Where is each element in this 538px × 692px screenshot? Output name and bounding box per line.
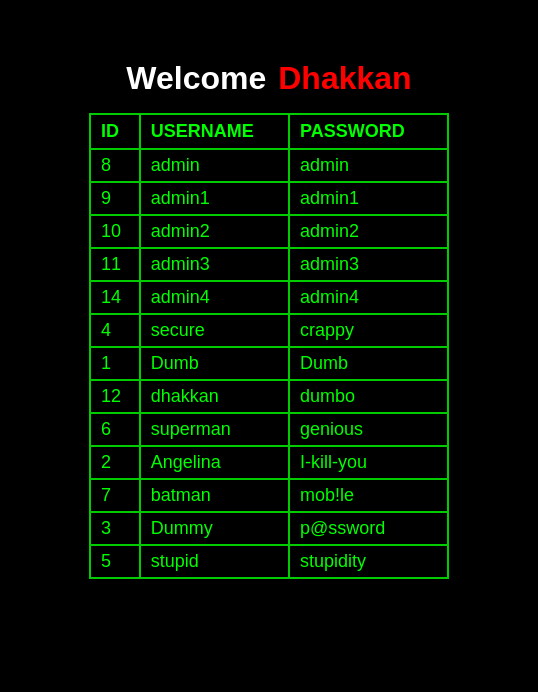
table-row: 2AngelinaI-kill-you	[90, 446, 448, 479]
cell-username: dhakkan	[140, 380, 289, 413]
welcome-label: Welcome	[126, 60, 266, 97]
cell-password: p@ssword	[289, 512, 448, 545]
cell-id: 10	[90, 215, 140, 248]
cell-password: admin	[289, 149, 448, 182]
cell-password: admin2	[289, 215, 448, 248]
cell-id: 5	[90, 545, 140, 578]
col-header-username: USERNAME	[140, 114, 289, 149]
cell-id: 2	[90, 446, 140, 479]
table-row: 1DumbDumb	[90, 347, 448, 380]
table-row: 12dhakkandumbo	[90, 380, 448, 413]
cell-username: stupid	[140, 545, 289, 578]
cell-username: Angelina	[140, 446, 289, 479]
table-header-row: ID USERNAME PASSWORD	[90, 114, 448, 149]
cell-username: admin3	[140, 248, 289, 281]
cell-username: admin4	[140, 281, 289, 314]
cell-password: dumbo	[289, 380, 448, 413]
cell-id: 9	[90, 182, 140, 215]
cell-password: stupidity	[289, 545, 448, 578]
cell-password: I-kill-you	[289, 446, 448, 479]
dhakkan-label: Dhakkan	[278, 60, 411, 97]
cell-id: 14	[90, 281, 140, 314]
cell-username: Dumb	[140, 347, 289, 380]
cell-id: 6	[90, 413, 140, 446]
table-row: 14admin4admin4	[90, 281, 448, 314]
cell-password: crappy	[289, 314, 448, 347]
cell-id: 12	[90, 380, 140, 413]
cell-username: superman	[140, 413, 289, 446]
credentials-table: ID USERNAME PASSWORD 8adminadmin9admin1a…	[89, 113, 449, 579]
cell-password: admin4	[289, 281, 448, 314]
table-row: 4securecrappy	[90, 314, 448, 347]
table-row: 9admin1admin1	[90, 182, 448, 215]
welcome-header: Welcome Dhakkan	[126, 60, 411, 97]
table-row: 5stupidstupidity	[90, 545, 448, 578]
cell-id: 11	[90, 248, 140, 281]
cell-id: 4	[90, 314, 140, 347]
cell-username: admin1	[140, 182, 289, 215]
cell-username: admin	[140, 149, 289, 182]
cell-id: 3	[90, 512, 140, 545]
table-row: 6supermangenious	[90, 413, 448, 446]
cell-password: Dumb	[289, 347, 448, 380]
cell-password: admin3	[289, 248, 448, 281]
cell-username: secure	[140, 314, 289, 347]
cell-password: genious	[289, 413, 448, 446]
cell-id: 8	[90, 149, 140, 182]
cell-username: batman	[140, 479, 289, 512]
cell-id: 1	[90, 347, 140, 380]
cell-password: admin1	[289, 182, 448, 215]
col-header-id: ID	[90, 114, 140, 149]
col-header-password: PASSWORD	[289, 114, 448, 149]
table-row: 11admin3admin3	[90, 248, 448, 281]
cell-username: admin2	[140, 215, 289, 248]
cell-username: Dummy	[140, 512, 289, 545]
cell-id: 7	[90, 479, 140, 512]
table-row: 10admin2admin2	[90, 215, 448, 248]
cell-password: mob!le	[289, 479, 448, 512]
table-row: 8adminadmin	[90, 149, 448, 182]
table-row: 3Dummyp@ssword	[90, 512, 448, 545]
table-row: 7batmanmob!le	[90, 479, 448, 512]
